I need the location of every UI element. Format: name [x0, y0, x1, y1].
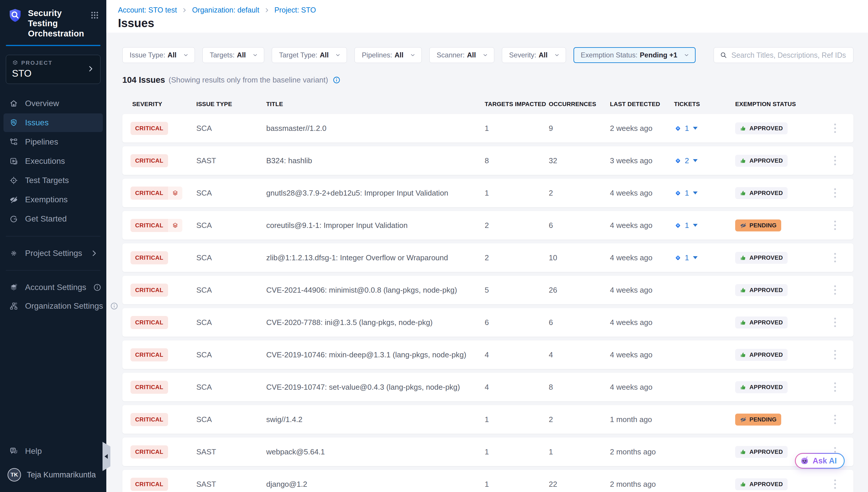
targets-impacted: 8	[475, 156, 539, 165]
sidebar-item-label: Test Targets	[25, 176, 69, 185]
row-menu-button[interactable]	[832, 477, 838, 491]
jira-ticket-icon[interactable]	[674, 254, 682, 262]
table-row[interactable]: CRITICALSASTB324: hashlib8323 weeks ago2…	[122, 146, 853, 175]
sidebar-item-project-settings[interactable]: Project Settings	[3, 244, 103, 263]
caret-down-icon[interactable]	[693, 159, 698, 162]
table-row[interactable]: CRITICALSCAswig//1.4.2121 month agoPENDI…	[122, 405, 853, 434]
issue-title[interactable]: CVE-2019-10747: set-value@0.4.3 (lang-pk…	[256, 383, 475, 392]
issue-title[interactable]: webpack@5.64.1	[256, 447, 475, 457]
occurrences: 9	[539, 124, 600, 133]
filter-target-type[interactable]: Target Type:All	[272, 47, 347, 63]
caret-down-icon[interactable]	[693, 256, 698, 259]
row-menu-button[interactable]	[832, 186, 838, 200]
row-menu-button[interactable]	[832, 283, 838, 297]
table-row[interactable]: CRITICALSCAgnutls28@3.7.9-2+deb12u5: Imp…	[122, 179, 853, 207]
targets-impacted: 1	[475, 447, 539, 457]
row-menu-button[interactable]	[832, 154, 838, 168]
info-icon[interactable]	[110, 302, 118, 310]
issue-title[interactable]: gnutls28@3.7.9-2+deb12u5: Improper Input…	[256, 189, 475, 198]
table-row[interactable]: CRITICALSCACVE-2019-10747: set-value@0.4…	[122, 373, 853, 401]
row-menu-button[interactable]	[832, 218, 838, 232]
filter-bar: Issue Type:AllTargets:AllTarget Type:All…	[122, 47, 853, 63]
table-row[interactable]: CRITICALSASTdjango@1.21222 months agoAPP…	[122, 470, 853, 492]
issues-shield-icon	[9, 118, 18, 127]
sidebar-item-executions[interactable]: Executions	[3, 152, 103, 171]
caret-down-icon[interactable]	[693, 224, 698, 227]
search-box[interactable]	[714, 47, 853, 63]
filter-severity[interactable]: Severity:All	[502, 47, 566, 63]
table-row[interactable]: CRITICALSCACVE-2021-44906: minimist@0.0.…	[122, 276, 853, 304]
issue-title[interactable]: CVE-2019-10746: mixin-deep@1.3.1 (lang-p…	[256, 350, 475, 360]
issue-title[interactable]: zlib@1:1.2.13.dfsg-1: Integer Overflow o…	[256, 253, 475, 262]
col-tickets: TICKETS	[664, 101, 725, 107]
severity-badge: CRITICAL	[131, 445, 168, 459]
breadcrumb-organization[interactable]: Organization: default	[192, 6, 259, 14]
filter-label: Severity:All	[509, 51, 548, 59]
issue-title[interactable]: B324: hashlib	[256, 156, 475, 165]
page-title: Issues	[118, 17, 856, 30]
issue-title[interactable]: swig//1.4.2	[256, 415, 475, 424]
filter-label: Target Type:All	[279, 51, 328, 59]
exemption-status-cell: APPROVED	[725, 349, 813, 361]
last-detected: 3 weeks ago	[600, 156, 664, 165]
jira-ticket-icon[interactable]	[674, 189, 682, 197]
table-row[interactable]: CRITICALSCAzlib@1:1.2.13.dfsg-1: Integer…	[122, 243, 853, 272]
last-detected: 4 weeks ago	[600, 350, 664, 360]
table-row[interactable]: CRITICALSCACVE-2019-10746: mixin-deep@1.…	[122, 340, 853, 369]
search-input[interactable]	[731, 51, 847, 59]
last-detected: 2 weeks ago	[600, 124, 664, 133]
sidebar-item-overview[interactable]: Overview	[3, 94, 103, 113]
info-icon[interactable]	[333, 76, 341, 84]
sidebar-item-help[interactable]: ? Help	[3, 442, 103, 461]
breadcrumb-project[interactable]: Project: STO	[274, 6, 316, 14]
row-menu-button[interactable]	[832, 380, 838, 394]
filter-targets[interactable]: Targets:All	[203, 47, 264, 63]
sidebar-item-pipelines[interactable]: Pipelines	[3, 132, 103, 151]
sidebar-item-get-started[interactable]: Get Started	[3, 210, 103, 228]
chevron-right-icon	[181, 7, 187, 13]
breadcrumb-account[interactable]: Account: STO test	[118, 6, 177, 14]
project-selector[interactable]: PROJECT STO	[6, 55, 101, 84]
exemption-status-cell: APPROVED	[725, 155, 813, 167]
sidebar-collapse-handle[interactable]	[103, 442, 110, 471]
issue-title[interactable]: bassmaster//1.2.0	[256, 124, 475, 133]
table-row[interactable]: CRITICALSCAbassmaster//1.2.0192 weeks ag…	[122, 114, 853, 143]
chevron-down-icon	[335, 52, 341, 58]
filter-issue-type[interactable]: Issue Type:All	[122, 47, 195, 63]
sidebar-item-issues[interactable]: Issues	[3, 114, 103, 132]
severity-badge: CRITICAL	[131, 187, 182, 200]
issue-type: SCA	[186, 253, 256, 262]
issue-title[interactable]: django@1.2	[256, 480, 475, 489]
user-profile[interactable]: TK Teja Kummarikuntla	[3, 465, 103, 485]
jira-ticket-icon[interactable]	[674, 124, 682, 132]
jira-ticket-icon[interactable]	[674, 222, 682, 229]
sidebar-item-test-targets[interactable]: Test Targets	[3, 171, 103, 190]
table-row[interactable]: CRITICALSCACVE-2020-7788: ini@1.3.5 (lan…	[122, 308, 853, 337]
row-menu-button[interactable]	[832, 413, 838, 426]
sidebar-item-account-settings[interactable]: Account Settings	[3, 278, 103, 297]
caret-down-icon[interactable]	[693, 192, 698, 194]
row-menu-button[interactable]	[832, 315, 838, 329]
filter-pipelines[interactable]: Pipelines:All	[354, 47, 422, 63]
caret-down-icon[interactable]	[693, 127, 698, 130]
module-grid-icon[interactable]	[89, 7, 100, 22]
row-menu-button[interactable]	[832, 121, 838, 135]
ask-ai-button[interactable]: Ask AI	[795, 453, 845, 469]
issue-title[interactable]: CVE-2021-44906: minimist@0.0.8 (lang-pkg…	[256, 286, 475, 295]
sidebar-item-organization-settings[interactable]: Organization Settings	[3, 297, 103, 315]
filter-scanner[interactable]: Scanner:All	[429, 47, 494, 63]
divider	[6, 236, 101, 237]
table-row[interactable]: CRITICALSCAcoreutils@9.1-1: Improper Inp…	[122, 211, 853, 240]
layers-icon	[168, 219, 182, 232]
issue-title[interactable]: coreutils@9.1-1: Improper Input Validati…	[256, 221, 475, 230]
jira-ticket-icon[interactable]	[674, 157, 682, 165]
row-menu-button[interactable]	[832, 348, 838, 362]
row-menu-button[interactable]	[832, 251, 838, 265]
issue-title[interactable]: CVE-2020-7788: ini@1.3.5 (lang-pkgs, nod…	[256, 318, 475, 327]
info-icon[interactable]	[93, 283, 101, 292]
exemption-status-cell: APPROVED	[725, 478, 813, 490]
sidebar-item-exemptions[interactable]: Exemptions	[3, 190, 103, 209]
tickets-cell: 2	[664, 156, 725, 165]
table-row[interactable]: CRITICALSASTwebpack@5.64.1112 months ago…	[122, 438, 853, 466]
filter-exemption-status[interactable]: Exemption Status:Pending +1	[574, 47, 695, 63]
